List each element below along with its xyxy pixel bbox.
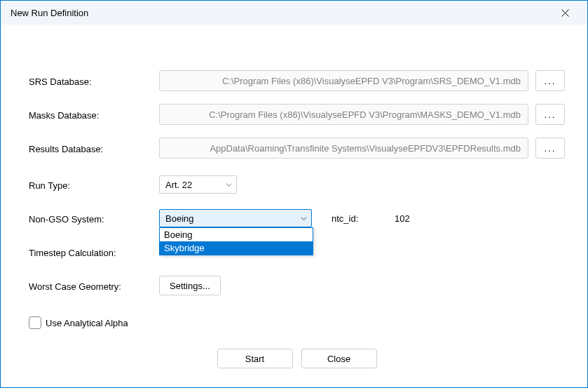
masks-database-label: Masks Database: — [29, 109, 159, 121]
run-type-label: Run Type: — [29, 179, 159, 191]
worst-case-label: Worst Case Geometry: — [29, 280, 159, 292]
non-gso-label: Non-GSO System: — [29, 213, 159, 225]
masks-browse-button[interactable]: ... — [535, 104, 565, 125]
dropdown-option-boeing[interactable]: Boeing — [160, 228, 313, 241]
start-button[interactable]: Start — [217, 349, 293, 368]
chevron-down-icon — [301, 215, 307, 222]
results-database-label: Results Database: — [29, 142, 159, 154]
use-analytical-alpha-checkbox[interactable] — [29, 316, 41, 329]
ntc-id-value: 102 — [395, 213, 410, 224]
results-browse-button[interactable]: ... — [535, 138, 565, 159]
use-analytical-alpha-label: Use Analytical Alpha — [46, 318, 128, 328]
chevron-down-icon — [226, 182, 232, 188]
masks-database-input[interactable]: C:\Program Files (x86)\VisualyseEPFD V3\… — [159, 104, 528, 125]
close-button[interactable]: Close — [301, 349, 377, 368]
srs-database-input[interactable]: C:\Program Files (x86)\VisualyseEPFD V3\… — [159, 70, 528, 91]
window-title: New Run Definition — [11, 8, 549, 18]
run-type-dropdown[interactable]: Art. 22 — [159, 175, 237, 194]
worst-case-settings-button[interactable]: Settings... — [159, 276, 221, 295]
dropdown-option-skybridge[interactable]: Skybridge — [160, 241, 313, 255]
run-type-value: Art. 22 — [165, 180, 192, 190]
srs-database-label: SRS Database: — [29, 75, 159, 87]
close-icon — [561, 9, 569, 17]
results-database-input[interactable]: AppData\Roaming\Transfinite Systems\Visu… — [159, 138, 528, 159]
non-gso-dropdown-list: Boeing Skybridge — [159, 227, 313, 255]
timestep-label: Timestep Calculation: — [29, 246, 159, 258]
ntc-id-label: ntc_id: — [331, 213, 374, 224]
srs-browse-button[interactable]: ... — [535, 70, 565, 91]
non-gso-dropdown[interactable]: Boeing Boeing Skybridge — [159, 209, 312, 227]
non-gso-value: Boeing — [165, 213, 193, 224]
close-window-button[interactable] — [549, 2, 580, 23]
